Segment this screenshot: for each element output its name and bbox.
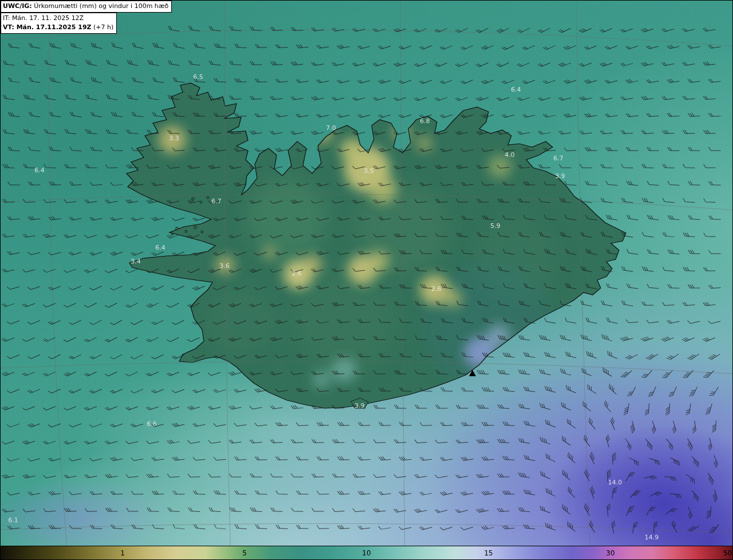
wind-barb-icon (44, 232, 56, 238)
wind-barb-icon (620, 335, 633, 341)
wind-barb-icon (2, 507, 15, 512)
wind-barb-icon (64, 473, 77, 479)
wind-barb-icon (69, 317, 81, 326)
wind-barb-icon (84, 438, 97, 445)
wind-barb-icon (337, 250, 350, 255)
wind-barb-icon (646, 351, 658, 360)
wind-barb-icon (49, 112, 62, 117)
wind-barb-icon (539, 301, 551, 306)
wind-barb-icon (559, 301, 572, 306)
wind-barb-icon (43, 266, 56, 273)
wind-barb-icon (234, 456, 246, 460)
wind-barb-icon (230, 26, 242, 31)
wind-barb-icon (664, 477, 676, 481)
wind-barb-icon (316, 112, 329, 117)
wind-barb-icon (518, 164, 530, 168)
wind-barb-icon (291, 474, 303, 477)
wind-barb-icon (168, 130, 180, 133)
wind-barb-icon (394, 163, 407, 169)
wind-barb-icon (105, 473, 118, 478)
wind-barb-icon (131, 181, 144, 186)
wind-barb-icon (270, 301, 282, 307)
wind-barb-icon (709, 216, 721, 219)
wind-barb-icon (353, 301, 365, 306)
wind-barb-icon (250, 61, 262, 65)
wind-barb-icon (193, 180, 206, 186)
colorbar-tick-label: 50 (723, 549, 732, 557)
wind-barb-icon (460, 77, 473, 84)
wind-barb-icon (669, 385, 677, 398)
wind-barb-icon (337, 77, 349, 84)
wind-barb-icon (152, 456, 164, 461)
wind-barb-icon (152, 524, 164, 529)
wind-barb-icon (22, 438, 35, 445)
wind-barb-icon (43, 334, 56, 342)
wind-barb-icon (192, 317, 205, 325)
wind-barb-icon (502, 524, 514, 529)
wind-barb-icon (208, 404, 220, 410)
wind-barb-icon (172, 421, 184, 427)
wind-barb-icon (650, 491, 662, 499)
wind-barb-icon (564, 112, 577, 117)
wind-barb-icon (539, 369, 551, 375)
wind-barb-icon (188, 507, 200, 511)
wind-barb-icon (337, 180, 349, 187)
wind-barb-icon (235, 491, 247, 495)
wind-barb-icon (626, 471, 635, 483)
wind-barb-icon (544, 283, 557, 289)
wind-barb-icon (271, 508, 283, 512)
wind-barb-icon (543, 112, 555, 118)
wind-barb-icon (275, 112, 288, 117)
wind-barb-icon (682, 26, 695, 32)
wind-barb-icon (168, 507, 180, 511)
wind-barb-icon (687, 318, 700, 324)
wind-barb-icon (337, 524, 349, 529)
wind-barb-icon (89, 420, 102, 428)
wind-barb-icon (69, 525, 81, 529)
wind-barb-icon (648, 385, 656, 398)
wind-barb-icon (654, 522, 657, 534)
wind-barb-icon (84, 232, 97, 238)
wind-barb-icon (539, 232, 551, 237)
wind-barb-icon (296, 318, 309, 324)
wind-barb-icon (566, 419, 578, 428)
wind-barb-icon (564, 147, 576, 151)
wind-barb-icon (503, 283, 515, 289)
wind-barb-icon (337, 112, 349, 118)
wind-barb-icon (250, 404, 262, 409)
wind-barb-icon (455, 25, 468, 33)
wind-barb-icon (64, 507, 76, 511)
wind-barb-icon (496, 25, 509, 34)
wind-barb-icon (70, 43, 82, 49)
wind-barb-icon (517, 94, 530, 101)
wind-barb-icon (358, 284, 370, 289)
wind-barb-icon (131, 283, 143, 291)
wind-barb-icon (606, 351, 619, 359)
wind-barb-icon (440, 112, 452, 119)
wind-barb-icon (642, 302, 654, 305)
wind-barb-icon (214, 113, 226, 117)
wind-barb-icon (7, 283, 19, 290)
wind-barb-icon (214, 78, 226, 82)
wind-barb-icon (131, 491, 143, 495)
wind-barb-icon (585, 215, 598, 220)
wind-barb-icon (667, 43, 679, 49)
wind-barb-icon (613, 452, 617, 464)
wind-barb-icon (64, 369, 76, 377)
wind-barb-icon (2, 334, 14, 342)
wind-barb-icon (213, 283, 226, 291)
wind-barb-icon (708, 250, 720, 254)
wind-barb-icon (440, 422, 452, 426)
wind-barb-icon (131, 215, 143, 221)
wind-barb-icon (295, 283, 308, 290)
wind-barb-icon (668, 285, 680, 289)
wind-barb-icon (538, 94, 550, 101)
wind-barb-icon (275, 249, 287, 256)
wind-barb-icon (316, 146, 329, 152)
wind-barb-icon (110, 283, 123, 291)
wind-barb-icon (208, 300, 220, 308)
wind-barb-icon (317, 387, 329, 392)
wind-barb-icon (332, 94, 344, 101)
wind-barb-icon (296, 387, 309, 392)
wind-barb-icon (436, 233, 448, 236)
